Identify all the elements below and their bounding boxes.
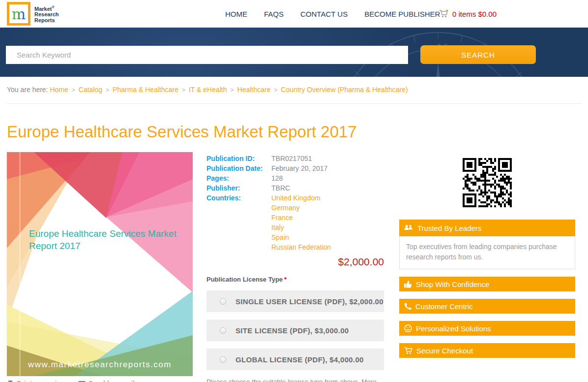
countries-label: Countries: <box>206 193 271 252</box>
site-logo[interactable]: m Market® Research Reports <box>7 2 59 26</box>
nav-home[interactable]: HOME <box>225 10 247 18</box>
cart-text: 0 items $0.00 <box>452 10 497 18</box>
trusted-by-leaders-title: Trusted By Leaders <box>417 224 481 232</box>
header: m Market® Research Reports HOME FAQS CON… <box>0 0 588 28</box>
search-banner: N SEARCH <box>0 28 588 77</box>
country-spain[interactable]: Spain <box>271 232 331 242</box>
logo-text: Market® Research Reports <box>34 4 59 24</box>
required-asterisk: * <box>284 276 287 283</box>
license-radio[interactable] <box>220 327 226 334</box>
license-type-heading: Publication License Type* <box>206 276 384 283</box>
badge-label: Secure Checkout <box>416 347 473 355</box>
detail-row-publication-date: Publication Date: February 20, 2017 <box>206 163 384 173</box>
cart-icon <box>404 347 412 354</box>
detail-row-pages: Pages: 128 <box>206 173 384 183</box>
country-france[interactable]: France <box>271 213 331 223</box>
cover-title-line1: Europe Healthcare Services Market <box>29 228 177 239</box>
report-cover-image: Europe Healthcare Services Market Report… <box>7 152 193 376</box>
cover-actions: Printer version Send by email <box>7 380 193 382</box>
publisher-value: TBRC <box>271 183 290 193</box>
qr-code <box>463 158 512 207</box>
pages-value: 128 <box>271 173 283 183</box>
license-option-label: SINGLE USER LICENSE (PDF), $2,000.00 <box>235 297 383 306</box>
breadcrumb-country-overview[interactable]: Country Overview (Pharma & Healthcare) <box>281 86 408 94</box>
license-radio[interactable] <box>220 298 226 305</box>
people-icon <box>404 224 413 231</box>
cart-icon <box>439 9 449 18</box>
badge-secure-checkout[interactable]: Secure Checkout <box>399 343 575 358</box>
detail-label: Pages: <box>206 173 271 183</box>
country-russian-federation[interactable]: Russian Federation <box>271 242 331 252</box>
main-nav: HOME FAQS CONTACT US BECOME PUBLISHER <box>225 0 440 28</box>
divider <box>7 103 581 104</box>
phone-icon <box>404 303 412 310</box>
nav-faqs[interactable]: FAQS <box>264 10 284 18</box>
breadcrumb: You are here: Home>Catalog>Pharma & Heal… <box>0 77 588 99</box>
badge-label: Customer Centric <box>415 302 473 311</box>
detail-row-publication-id: Publication ID: TBR0217051 <box>206 154 384 163</box>
license-option-site[interactable]: SITE LICENSE (PDF), $3,000.00 <box>206 319 384 341</box>
country-germany[interactable]: Germany <box>271 203 331 213</box>
thumbs-up-icon <box>404 281 412 288</box>
license-option-label: SITE LICENSE (PDF), $3,000.00 <box>235 326 349 335</box>
trusted-by-leaders-header: Trusted By Leaders <box>399 220 575 236</box>
printer-icon <box>7 381 14 382</box>
report-cover-column: Europe Healthcare Services Market Report… <box>7 152 193 382</box>
detail-label: Publisher: <box>206 183 271 193</box>
breadcrumb-healthcare[interactable]: Healthcare <box>237 86 271 94</box>
license-option-single-user[interactable]: SINGLE USER LICENSE (PDF), $2,000.00 <box>206 290 384 312</box>
license-option-label: GLOBAL LICENSE (PDF), $4,000.00 <box>235 355 364 364</box>
svg-text:m: m <box>12 5 26 23</box>
badge-shop-with-confidence[interactable]: Shop With Confidence <box>399 277 575 291</box>
search-input[interactable] <box>6 46 408 64</box>
printer-version-label: Printer version <box>17 380 65 382</box>
price: $2,000.00 <box>206 256 384 268</box>
nav-contact-us[interactable]: CONTACT US <box>300 10 348 18</box>
sidebar-column: Trusted By Leaders Top executives from l… <box>399 156 575 358</box>
breadcrumb-catalog[interactable]: Catalog <box>79 86 102 94</box>
trusted-by-leaders-body: Top executives from leading companies pu… <box>399 236 575 269</box>
detail-row-publisher: Publisher: TBRC <box>206 183 384 193</box>
nav-become-publisher[interactable]: BECOME PUBLISHER <box>364 10 440 18</box>
license-option-global[interactable]: GLOBAL LICENSE (PDF), $4,000.00 <box>206 349 384 370</box>
send-by-email-label: Send by email <box>88 380 135 382</box>
publication-details-column: Publication ID: TBR0217051 Publication D… <box>206 154 384 382</box>
cover-title-line2: Report 2017 <box>29 241 81 251</box>
cart-summary[interactable]: 0 items $0.00 <box>439 0 497 28</box>
detail-label: Publication ID: <box>206 154 271 163</box>
license-radio[interactable] <box>220 356 226 363</box>
badge-customer-centric[interactable]: Customer Centric <box>399 299 575 314</box>
logo-mark: m <box>7 2 30 26</box>
logo-m-icon: m <box>10 5 28 23</box>
badge-personalized-solutions[interactable]: Personalized Solutions <box>399 321 575 336</box>
badge-label: Personalized Solutions <box>416 324 491 333</box>
publication-date-value: February 20, 2017 <box>271 163 327 173</box>
printer-version-link[interactable]: Printer version <box>7 380 65 382</box>
cover-url: www.marketresearchreports.com <box>28 360 172 369</box>
breadcrumb-it-ehealth[interactable]: IT & eHealth <box>189 86 227 94</box>
breadcrumb-pharma-healthcare[interactable]: Pharma & Healthcare <box>113 86 178 94</box>
trusted-by-leaders-box: Trusted By Leaders Top executives from l… <box>399 220 575 269</box>
smiley-icon <box>404 324 412 332</box>
send-by-email-link[interactable]: Send by email <box>78 380 135 382</box>
page-title: Europe Healthcare Services Market Report… <box>7 123 581 141</box>
badge-label: Shop With Confidence <box>416 280 489 288</box>
license-note: Please choose the suitable license type … <box>206 377 384 382</box>
countries-list: United Kingdom Germany France Italy Spai… <box>271 193 331 252</box>
publication-id-value: TBR0217051 <box>271 154 312 163</box>
search-button[interactable]: SEARCH <box>420 45 536 64</box>
country-united-kingdom[interactable]: United Kingdom <box>271 193 331 203</box>
breadcrumb-home[interactable]: Home <box>50 86 68 94</box>
country-italy[interactable]: Italy <box>271 223 331 232</box>
breadcrumb-prefix: You are here: <box>7 86 48 94</box>
detail-label: Publication Date: <box>206 163 271 173</box>
detail-row-countries: Countries: United Kingdom Germany France… <box>206 193 384 252</box>
